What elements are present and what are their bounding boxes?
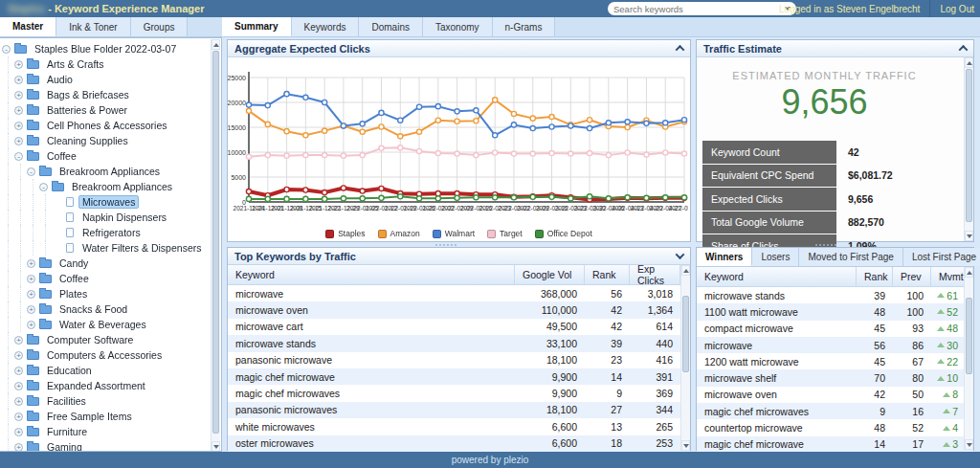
tab-domains[interactable]: Domains [359,17,422,36]
table-row[interactable]: microwave368,000563,018 [228,285,690,301]
tab-winners[interactable]: Winners [697,248,752,266]
expand-node-icon[interactable]: + [14,428,23,436]
tree-item-plates[interactable]: +Plates [2,286,210,301]
collapse-node-icon[interactable]: - [39,183,48,191]
scroll-up-icon[interactable] [681,265,690,276]
expand-node-icon[interactable]: + [14,137,23,145]
tab-groups[interactable]: Groups [131,17,189,36]
expand-node-icon[interactable]: + [14,91,23,100]
column-header-keyword[interactable]: Keyword [697,267,857,286]
expand-node-icon[interactable]: + [14,122,23,130]
scrollbar-thumb[interactable] [966,298,972,374]
expand-node-icon[interactable]: + [14,367,23,375]
tree-scrollbar[interactable] [211,39,220,452]
table-row[interactable]: magic chef microwave9,90014391 [228,368,690,385]
tab-losers[interactable]: Losers [752,248,799,266]
tree-item-batteries-power[interactable]: +Batteries & Power [2,102,210,118]
expand-node-icon[interactable]: + [14,382,23,390]
tab-ink-toner[interactable]: Ink & Toner [56,17,130,36]
table-row[interactable]: magic chef microwave14173 [697,436,973,453]
tree-item-coffee[interactable]: +Coffee [2,271,210,286]
tree-item-cell-phones-accessories[interactable]: +Cell Phones & Accessories [2,118,210,133]
table-row[interactable]: oster microwaves6,60018253 [228,435,690,452]
tree-item-water-filters-dispensers[interactable]: Water Filters & Dispensers [2,240,210,256]
expand-node-icon[interactable]: + [27,290,35,299]
scroll-down-icon[interactable] [212,441,220,452]
tree-item-expanded-assortment[interactable]: +Expanded Assortment [2,378,210,393]
tree-item-free-sample-items[interactable]: +Free Sample Items [2,409,210,424]
expand-node-icon[interactable]: + [14,76,23,84]
table-row[interactable]: magic chef microwaves9167 [697,403,973,419]
column-header-mvmt[interactable]: Mvmt [931,267,966,286]
scroll-up-icon[interactable] [212,39,220,50]
winners-scrollbar[interactable] [964,267,973,450]
table-row[interactable]: microwave stands33,10039440 [228,335,690,351]
scroll-up-icon[interactable] [965,57,973,68]
collapse-panel-icon[interactable] [676,45,685,55]
tree-item-water-beverages[interactable]: +Water & Beverages [2,317,210,332]
tree-item-microwaves[interactable]: Microwaves [2,194,210,210]
table-row[interactable]: 1200 watt microwave456722 [697,353,973,369]
collapse-node-icon[interactable]: - [2,45,11,54]
keywords-scrollbar[interactable] [680,265,690,451]
table-row[interactable]: compact microwave459348 [697,321,973,337]
search-box[interactable] [608,2,796,15]
tab-summary[interactable]: Summary [222,17,292,36]
expand-node-icon[interactable]: + [27,275,35,283]
collapse-node-icon[interactable]: - [27,167,35,176]
logged-in-user[interactable]: Logged in as Steven Engelbrecht [779,4,920,14]
tree-item-arts-crafts[interactable]: +Arts & Crafts [2,56,210,72]
tab-master[interactable]: Master [0,17,56,36]
expand-node-icon[interactable]: + [14,397,23,406]
collapse-panel-icon[interactable] [676,250,685,259]
tree-item-computers-accessories[interactable]: +Computers & Accessories [2,347,210,363]
table-row[interactable]: panasonic microwave18,10023416 [228,352,690,368]
expand-node-icon[interactable]: + [14,60,23,69]
column-header-prev[interactable]: Prev [893,267,931,286]
table-row[interactable]: microwave568630 [697,337,973,353]
table-row[interactable]: microwave stands3910061 [697,287,973,303]
scrollbar-thumb[interactable] [212,51,219,434]
expand-node-icon[interactable]: + [14,443,23,452]
scrollbar-thumb[interactable] [682,296,689,372]
table-row[interactable]: panasonic microwaves18,10027344 [228,402,690,418]
tree-item-candy[interactable]: +Candy [2,256,210,271]
scroll-down-icon[interactable] [965,231,973,241]
tab-taxonomy[interactable]: Taxonomy [423,17,493,36]
expand-node-icon[interactable]: + [27,259,35,268]
table-row[interactable]: magic chef microwaves9,9009369 [228,385,690,401]
table-row[interactable]: microwave cart49,50042614 [228,319,690,335]
tree-item-staples-blue-folder-2022-03-07[interactable]: -Staples Blue Folder 2022-03-07 [2,41,210,56]
table-row[interactable]: white microwaves6,60013265 [228,418,690,435]
tree-item-refrigerators[interactable]: Refrigerators [2,225,210,240]
expand-node-icon[interactable]: + [14,412,23,421]
tree-item-breakroom-appliances[interactable]: -Breakroom Appliances [2,164,210,179]
column-header-google-vol[interactable]: Google Vol [515,265,585,284]
table-row[interactable]: microwave oven42508 [697,387,973,403]
tree-item-gaming[interactable]: +Gaming [2,439,210,451]
tab-moved-to-first-page[interactable]: Moved to First Page [799,248,902,266]
scrollbar-thumb[interactable] [966,69,972,222]
tab-lost-first-page[interactable]: Lost First Page [903,248,980,266]
expand-node-icon[interactable]: + [27,305,35,314]
tree-item-napkin-dispensers[interactable]: Napkin Dispensers [2,210,210,225]
traffic-scrollbar[interactable] [964,57,973,241]
scroll-down-icon[interactable] [965,439,973,450]
expand-node-icon[interactable]: + [14,336,23,345]
collapse-node-icon[interactable]: - [14,152,23,161]
table-row[interactable]: microwave oven110,000421,364 [228,301,690,318]
expand-node-icon[interactable]: + [14,106,23,115]
splitter-handle[interactable] [815,243,836,247]
column-header-exp-clicks[interactable]: Exp Clicks [630,265,680,284]
expand-node-icon[interactable]: + [27,321,35,329]
expand-node-icon[interactable]: + [14,351,23,360]
tree-item-coffee[interactable]: -Coffee [2,148,210,164]
tree-item-facilities[interactable]: +Facilities [2,393,210,409]
scroll-down-icon[interactable] [681,440,690,451]
tree-item-furniture[interactable]: +Furniture [2,424,210,439]
log-out-button[interactable]: Log Out [940,4,974,14]
scroll-up-icon[interactable] [965,267,973,278]
column-header-rank[interactable]: Rank [585,265,630,284]
column-header-keyword[interactable]: Keyword [228,265,515,284]
tree-item-bags-briefcases[interactable]: +Bags & Briefcases [2,87,210,102]
